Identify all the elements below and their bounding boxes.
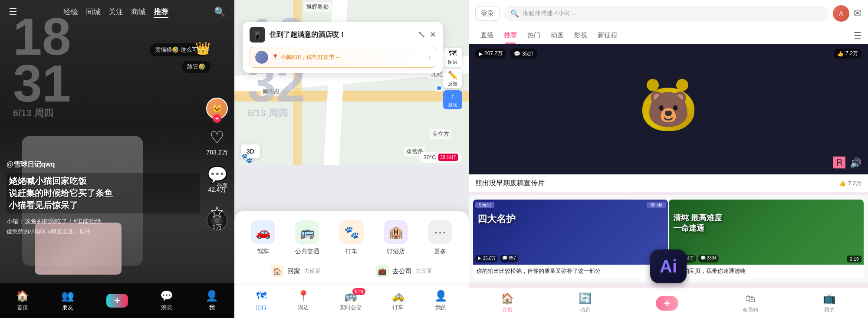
thumb-barrage-2: 💬 2394 [698, 255, 719, 262]
main-video[interactable]: ▶ 207.2万 💬 3527 🅱 🔊 👍 7.2万 [469, 44, 868, 174]
creator-avatar-wrap[interactable]: 🐱 + [206, 98, 228, 119]
popup-app-icon: 📱 [250, 27, 265, 43]
video-title-bar: 熊出没早期废稿宣传片 👍 7.2万 [469, 174, 868, 192]
transport-more[interactable]: ⋯ 更多 [428, 220, 452, 256]
layers-icon: 🗺 [449, 49, 457, 58]
collect-button[interactable]: ☆ 1万 [210, 203, 224, 231]
tab-recommend[interactable]: 推荐 [499, 27, 522, 44]
mail-icon[interactable]: ✉ [854, 8, 861, 19]
mine-label: 我的 [824, 306, 835, 314]
bili-nav-dynamic[interactable]: 🔄 动态 [579, 292, 592, 314]
thumb-card-1[interactable]: Shield Shield 四大名护 ▶ 25.6万 💬 657 2:11 你的… [473, 200, 668, 279]
nav-friends[interactable]: 👥 朋友 [61, 290, 74, 311]
follow-plus-icon[interactable]: + [213, 114, 221, 123]
nav-home[interactable]: 🏠 首页 [16, 290, 29, 311]
tab-live[interactable]: 直播 [475, 27, 499, 44]
maps-nav-mine[interactable]: 👤 我的 [434, 290, 447, 311]
tab-newstar[interactable]: 新征程 [592, 27, 622, 44]
route-home[interactable]: 🏠 回家 去设置 [271, 265, 321, 278]
add-video-button[interactable]: + [106, 294, 128, 308]
discount-badge: 折扣 [352, 288, 365, 295]
user-avatar[interactable]: A [833, 5, 849, 22]
transport-drive[interactable]: 🚗 驾车 [251, 220, 275, 256]
tab-movie[interactable]: 影视 [569, 27, 592, 44]
bili-bottom-nav: 🏠 首页 🔄 动态 + 🛍 会员购 📺 我的 [469, 288, 868, 318]
promo-arrow-icon: › [428, 53, 431, 61]
tabs-more-icon[interactable]: ☰ [854, 30, 861, 41]
nav-profile[interactable]: 👤 我 [205, 290, 218, 311]
home-route-set[interactable]: 去设置 [304, 267, 321, 275]
maps-nav-taxi[interactable]: 🚕 打车 [391, 290, 404, 311]
panel-maps: 18 32 6/13 周四 旭辉奥都 立水桥南 北苑家园 美立方 双营路 御华府… [234, 0, 469, 318]
dynamic-label: 动态 [580, 306, 590, 314]
like-button[interactable]: ♡ 783.2万 [206, 128, 227, 157]
weather-badge: 30°C 38 限行 [419, 152, 462, 163]
comment-count: 42.4万 [208, 186, 226, 194]
bili-nav-shop[interactable]: 🛍 会员购 [743, 292, 758, 314]
more-label: 更多 [434, 248, 446, 256]
transport-options: 🚗 驾车 🚌 公共交通 🐾 打车 🏨 订酒店 ⋯ 更多 [234, 211, 469, 260]
transport-taxi[interactable]: 🐾 打车 [339, 220, 364, 256]
tab-anime[interactable]: 动画 [546, 27, 569, 44]
maps-nav-nearby[interactable]: 📍 周边 [297, 290, 310, 311]
nav-follow[interactable]: 关注 [108, 7, 123, 18]
video-stats: ▶ 207.2万 💬 3527 [475, 49, 537, 59]
view-count: 207.2万 [484, 50, 503, 57]
nav-experience[interactable]: 经验 [63, 7, 78, 18]
transport-transit[interactable]: 🚌 公共交通 [295, 220, 319, 256]
volume-icon[interactable]: 🔊 [850, 157, 861, 169]
nav-recommend[interactable]: 推荐 [154, 7, 168, 18]
comment-bubble-2: 舔它🤣 [182, 61, 210, 73]
nav-items: 经验 同城 关注 商城 推荐 [26, 7, 205, 18]
bili-nav-mine[interactable]: 📺 我的 [823, 292, 836, 314]
nav-friends-label: 朋友 [62, 304, 73, 311]
like-stat: 👍 7.2万 [834, 49, 861, 59]
traffic-limit-badge: 38 限行 [438, 154, 458, 161]
tab-hot[interactable]: 热门 [522, 27, 546, 44]
video-title-text: 熊出没早期废稿宣传片 [475, 179, 545, 188]
login-button[interactable]: 登录 [475, 7, 500, 21]
nav-tongcheng[interactable]: 同城 [86, 7, 101, 18]
travel-label: 出行 [256, 304, 267, 311]
route-work[interactable]: 💼 去公司 去设置 [376, 265, 432, 278]
dynamic-icon: 🔄 [579, 292, 592, 305]
video-tags[interactable]: 傻憨憨的小猫咪 #萌宠出道... 展开 [7, 228, 200, 236]
nav-shop[interactable]: 商城 [131, 7, 146, 18]
barrage-icon: 💬 [514, 51, 520, 57]
layers-button[interactable]: 🗺 图层 [443, 48, 462, 67]
feedback-button[interactable]: ✏️ 反馈 [443, 69, 462, 88]
bili-nav-home[interactable]: 🏠 首页 [501, 292, 514, 314]
promo-bar[interactable]: 📍 小鹏618，试驾狂欢节→ › [250, 47, 436, 68]
maps-nav-travel[interactable]: 🗺 出行 [256, 290, 267, 311]
add-content-button[interactable]: + [656, 296, 678, 311]
map-label-meili: 美立方 [430, 129, 451, 139]
nearby-icon: 📍 [297, 290, 310, 302]
comment-button[interactable]: 💬 42.4万 [207, 165, 227, 194]
friends-icon: 👥 [61, 290, 74, 302]
caption-line3: 小猫看见后惊呆了 [9, 199, 197, 211]
caption-line1: 姥姥喊小猫回家吃饭 [9, 175, 197, 187]
work-route-icon: 💼 [376, 265, 389, 278]
popup-header: 📱 住到了超满意的酒店哎！ ⤡ ✕ [250, 27, 436, 43]
transport-hotel[interactable]: 🏨 订酒店 [384, 220, 408, 256]
thumb-img-1: Shield Shield 四大名护 ▶ 25.6万 💬 657 2:11 [473, 200, 668, 265]
menu-icon[interactable]: ☰ [9, 7, 17, 18]
panel-bilibili: 18 32 6/13 周四 登录 🔍 潜艇伟传迷·4小时... A ✉ 直播 推… [469, 0, 868, 318]
ai-logo[interactable]: Ai [650, 249, 687, 283]
search-bar[interactable]: 🔍 潜艇伟传迷·4小时... [504, 6, 829, 21]
work-route-set[interactable]: 去设置 [415, 267, 432, 275]
expand-icon[interactable]: ⤡ [418, 29, 425, 40]
ai-text: Ai [660, 257, 677, 276]
username: @雪球日记qwq [7, 160, 200, 169]
nav-messages[interactable]: 💬 消息 [160, 290, 173, 311]
top-navigation: ☰ 经验 同城 关注 商城 推荐 🔍 [0, 0, 234, 24]
thumb-card-2[interactable]: 清纯 最高难度一命速通 ▶ 111.4万 💬 2394 6:19 不要怕宝贝，我… [669, 200, 864, 279]
thumb-info-2: 不要怕宝贝，我带你速通清纯 [669, 265, 864, 278]
route-label: 路线 [448, 102, 457, 108]
like-count-title: 7.2万 [848, 180, 861, 187]
like-button-title[interactable]: 👍 7.2万 [839, 180, 861, 187]
maps-nav-realtime[interactable]: 🚌 实时公交 折扣 [339, 290, 362, 311]
route-button[interactable]: ↑ 路线 [443, 90, 462, 109]
close-icon[interactable]: ✕ [430, 30, 436, 39]
search-icon[interactable]: 🔍 [214, 7, 226, 18]
